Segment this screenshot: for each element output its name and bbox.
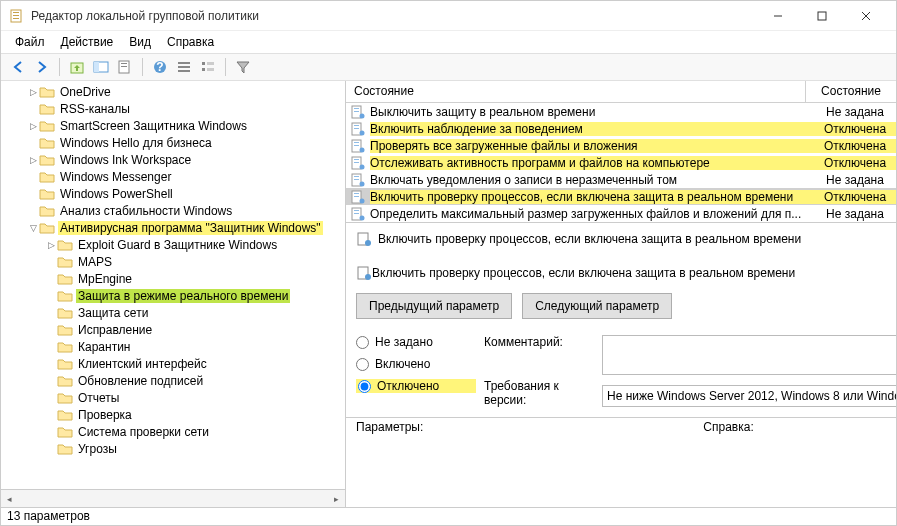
tree-horizontal-scrollbar[interactable]: ◂▸ (1, 489, 345, 507)
folder-icon (39, 221, 55, 235)
radio-disabled[interactable]: Отключено (356, 379, 476, 393)
folder-icon (57, 408, 73, 422)
list-row-state: Отключена (814, 122, 896, 136)
help-button[interactable]: ? (149, 56, 171, 78)
list-row[interactable]: Включать уведомления о записи в неразмеч… (346, 171, 896, 188)
list-view-button[interactable] (197, 56, 219, 78)
requirements-textbox[interactable]: Не ниже Windows Server 2012, Windows 8 и… (602, 385, 896, 407)
list-row[interactable]: Определить максимальный размер загруженн… (346, 205, 896, 222)
details-view-button[interactable] (173, 56, 195, 78)
tree-node[interactable]: Защита в режиме реального времени (1, 287, 345, 304)
list-row[interactable]: Включить проверку процессов, если включе… (346, 188, 896, 205)
svg-rect-28 (354, 125, 359, 126)
window-title: Редактор локальной групповой политики (31, 9, 756, 23)
list-row-state: Отключена (814, 190, 896, 204)
svg-text:?: ? (156, 60, 163, 74)
tree-node-label: Антивирусная программа "Защитник Windows… (58, 221, 323, 235)
menu-view[interactable]: Вид (121, 33, 159, 51)
svg-rect-40 (354, 176, 359, 177)
tree-node[interactable]: Windows Messenger (1, 168, 345, 185)
properties-button[interactable] (114, 56, 136, 78)
tree-node-label: MAPS (76, 255, 114, 269)
menu-action[interactable]: Действие (53, 33, 122, 51)
expander-icon[interactable]: ▷ (27, 121, 39, 131)
column-header-state[interactable]: Состояние (806, 81, 896, 102)
tree-node[interactable]: Windows PowerShell (1, 185, 345, 202)
main-area: ▷OneDriveRSS-каналы▷SmartScreen Защитник… (1, 81, 896, 507)
folder-icon (57, 289, 73, 303)
menu-help[interactable]: Справка (159, 33, 222, 51)
tree-node-label: Система проверки сети (76, 425, 211, 439)
svg-rect-10 (94, 62, 99, 72)
tree-node-label: Исправление (76, 323, 154, 337)
show-hide-console-tree-button[interactable] (90, 56, 112, 78)
tree-node[interactable]: ▷Exploit Guard в Защитнике Windows (1, 236, 345, 253)
filter-button[interactable] (232, 56, 254, 78)
tree-node-label: Windows Hello для бизнеса (58, 136, 214, 150)
tree-node[interactable]: Защита сети (1, 304, 345, 321)
tree-node-label: Карантин (76, 340, 132, 354)
svg-rect-1 (13, 12, 19, 13)
svg-rect-37 (354, 162, 359, 163)
tree-node[interactable]: Обновление подписей (1, 372, 345, 389)
app-icon (9, 8, 25, 24)
tree-node[interactable]: ▷OneDrive (1, 83, 345, 100)
tree-node[interactable]: ▽Антивирусная программа "Защитник Window… (1, 219, 345, 236)
tree-node[interactable]: ▷SmartScreen Защитника Windows (1, 117, 345, 134)
tree-node[interactable]: Анализ стабильности Windows (1, 202, 345, 219)
right-pane: Состояние Состояние Выключить защиту в р… (346, 81, 896, 507)
list-body[interactable]: Выключить защиту в реальном времениНе за… (346, 103, 896, 222)
toolbar: ? (1, 53, 896, 81)
folder-icon (39, 170, 55, 184)
tree-node[interactable]: Угрозы (1, 440, 345, 457)
folder-icon (57, 272, 73, 286)
tree-node[interactable]: Карантин (1, 338, 345, 355)
svg-point-54 (365, 274, 371, 280)
comment-label: Комментарий: (484, 335, 594, 349)
tree-node-label: Windows PowerShell (58, 187, 175, 201)
tree-node[interactable]: Отчеты (1, 389, 345, 406)
tree-body[interactable]: ▷OneDriveRSS-каналы▷SmartScreen Защитник… (1, 81, 345, 489)
radio-not-configured[interactable]: Не задано (356, 335, 476, 349)
tree-node[interactable]: Клиентский интерфейс (1, 355, 345, 372)
tree-node-label: Угрозы (76, 442, 119, 456)
list-row[interactable]: Проверять все загруженные файлы и вложен… (346, 137, 896, 154)
list-row[interactable]: Включить наблюдение за поведениемОтключе… (346, 120, 896, 137)
radio-enabled[interactable]: Включено (356, 357, 476, 371)
up-button[interactable] (66, 56, 88, 78)
tree-node[interactable]: Windows Hello для бизнеса (1, 134, 345, 151)
expander-icon[interactable]: ▷ (27, 87, 39, 97)
tree-node-label: Защита в режиме реального времени (76, 289, 290, 303)
forward-button[interactable] (31, 56, 53, 78)
maximize-button[interactable] (800, 1, 844, 31)
tree-node-label: Exploit Guard в Защитнике Windows (76, 238, 279, 252)
policy-icon (350, 138, 366, 154)
tree-node[interactable]: Проверка (1, 406, 345, 423)
svg-rect-44 (354, 193, 359, 194)
tree-node[interactable]: ▷Windows Ink Workspace (1, 151, 345, 168)
expander-icon[interactable]: ▷ (45, 240, 57, 250)
prev-setting-button[interactable]: Предыдущий параметр (356, 293, 512, 319)
expander-icon[interactable]: ▽ (27, 223, 39, 233)
detail-title-2: Включить проверку процессов, если включе… (372, 266, 795, 280)
column-header-setting[interactable]: Состояние (346, 81, 806, 102)
menu-file[interactable]: Файл (7, 33, 53, 51)
list-row[interactable]: Выключить защиту в реальном времениНе за… (346, 103, 896, 120)
comment-textbox[interactable] (602, 335, 896, 375)
close-button[interactable] (844, 1, 888, 31)
tree-node[interactable]: Система проверки сети (1, 423, 345, 440)
tree-node[interactable]: RSS-каналы (1, 100, 345, 117)
tree-node[interactable]: MAPS (1, 253, 345, 270)
tree-node[interactable]: Исправление (1, 321, 345, 338)
requirements-label: Требования к версии: (484, 379, 594, 407)
tree-node-label: Отчеты (76, 391, 121, 405)
tree-node[interactable]: MpEngine (1, 270, 345, 287)
next-setting-button[interactable]: Следующий параметр (522, 293, 672, 319)
svg-point-30 (360, 130, 365, 135)
svg-point-34 (360, 147, 365, 152)
back-button[interactable] (7, 56, 29, 78)
svg-rect-2 (13, 15, 19, 16)
expander-icon[interactable]: ▷ (27, 155, 39, 165)
list-row[interactable]: Отслеживать активность программ и файлов… (346, 154, 896, 171)
minimize-button[interactable] (756, 1, 800, 31)
